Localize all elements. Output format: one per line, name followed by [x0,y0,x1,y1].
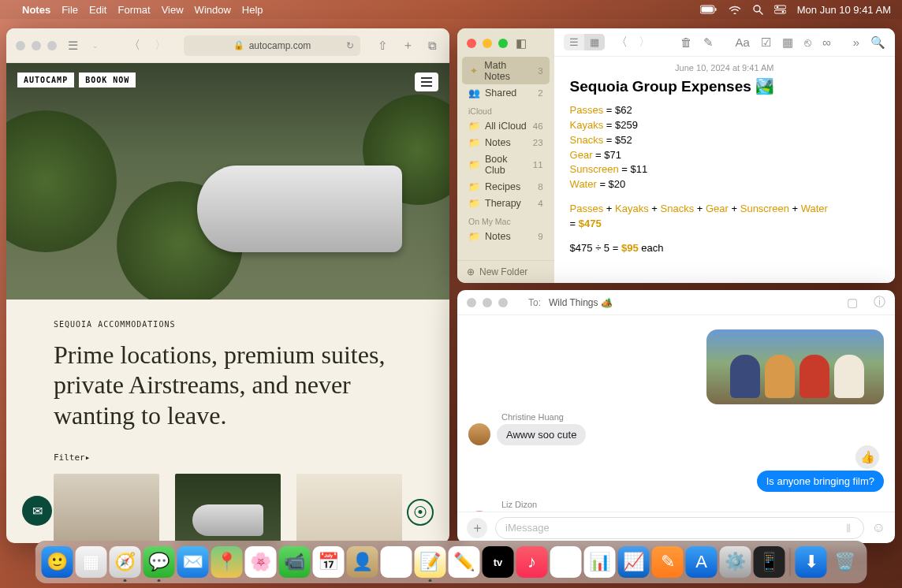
dock-safari[interactable]: 🧭 [110,546,141,578]
forward-icon[interactable]: 〉 [639,35,650,50]
message-input[interactable]: iMessage ⦀ [495,517,864,539]
dock-keynote[interactable]: 📈 [618,546,650,578]
hamburger-menu-icon[interactable] [415,73,438,91]
reload-icon[interactable]: ↻ [346,40,354,51]
table-icon[interactable]: ▦ [782,35,793,50]
emoji-picker-icon[interactable]: ☺ [872,520,885,536]
dock-finder[interactable]: 🙂 [42,546,73,578]
dock-photos[interactable]: 🌸 [245,546,277,578]
dock-music[interactable]: ♪ [516,546,548,578]
dock-notes[interactable]: 📝 [415,546,446,578]
dock-news[interactable]: N [550,546,582,578]
dock-launchpad[interactable]: ▦ [76,546,107,578]
tapback-reaction[interactable]: 👍 [855,445,879,469]
forward-button[interactable]: 〉 [151,36,170,54]
battery-icon[interactable] [700,5,718,14]
sidebar-folder[interactable]: 📁Recipes8 [457,178,554,195]
dock-trash[interactable]: 🗑️ [829,546,861,578]
note-body[interactable]: June 10, 2024 at 9:41 AM Sequoia Group E… [554,57,895,283]
menu-edit[interactable]: Edit [89,4,106,16]
message-bubble[interactable]: Is anyone bringing film? [757,471,884,492]
sidebar-folder[interactable]: 👥Shared2 [457,84,554,101]
messages-window: To: Wild Things 🏕️ ▢ ⓘ Christine HuangAw… [457,290,895,543]
format-icon[interactable]: Aa [736,35,750,49]
search-icon[interactable]: 🔍 [870,35,885,50]
brand-logo[interactable]: AUTOCAMP [17,73,74,87]
view-mode-segment[interactable]: ☰▦ [564,34,605,50]
sidebar-toggle-icon[interactable]: ☰ [65,37,81,54]
sender-label: Liz Dizon [501,500,884,509]
thumbnail[interactable] [296,474,402,543]
dock-freeform[interactable]: ✏️ [449,546,480,578]
thumbnail[interactable] [54,474,159,543]
spotlight-icon[interactable] [752,4,763,15]
sidebar-toggle-icon[interactable]: ◧ [516,36,527,50]
dock-tv[interactable]: tv [483,546,514,578]
dock-downloads[interactable]: ⬇ [796,546,827,578]
new-tab-icon[interactable]: ＋ [399,36,417,54]
sidebar-folder[interactable]: 📁Notes23 [457,134,554,151]
info-icon[interactable]: ⓘ [874,295,885,310]
new-folder-button[interactable]: ⊕ New Folder [457,260,554,283]
dock-messages[interactable]: 💬 [144,546,175,578]
sidebar-section-header: iCloud [457,101,554,117]
accessibility-icon[interactable]: ⦿ [407,499,434,526]
filter-button[interactable]: Filter▸ [54,452,402,463]
tabs-overview-icon[interactable]: ⧉ [425,37,440,54]
message-bubble[interactable]: Awww soo cute [497,424,586,445]
checklist-icon[interactable]: ☑ [761,35,771,50]
media-icon[interactable]: ⎋ [804,35,811,49]
messages-traffic-lights[interactable] [467,298,508,307]
dock-maps[interactable]: 📍 [211,546,243,578]
sidebar-folder[interactable]: 📁Book Club11 [457,151,554,178]
link-icon[interactable]: ∞ [822,35,831,49]
compose-icon[interactable]: ✎ [703,35,714,50]
dock-reminders[interactable]: ☰ [381,546,412,578]
book-now-button[interactable]: BOOK NOW [79,73,136,87]
thumbnail[interactable] [175,474,281,543]
trash-icon[interactable]: 🗑 [680,35,692,49]
gallery-view-icon: ▦ [584,34,605,50]
dock-calendar[interactable]: 📅 [313,546,345,578]
notes-traffic-lights[interactable] [467,39,508,48]
menu-view[interactable]: View [162,4,184,16]
dock-iphone[interactable]: 📱 [754,546,785,578]
dock-numbers[interactable]: 📊 [584,546,616,578]
menu-file[interactable]: File [62,4,78,16]
menu-format[interactable]: Format [117,4,150,16]
to-label: To: [528,297,541,308]
address-bar[interactable]: 🔒 autocamp.com ↻ [184,35,360,56]
control-center-icon[interactable] [774,5,786,14]
menubar-clock[interactable]: Mon Jun 10 9:41 AM [797,4,891,16]
menu-help[interactable]: Help [242,4,263,16]
share-icon[interactable]: ⇧ [375,37,391,54]
dock-pages[interactable]: ✎ [652,546,684,578]
dock-contacts[interactable]: 👤 [347,546,378,578]
conversation-name[interactable]: Wild Things 🏕️ [549,297,613,308]
back-button[interactable]: 〈 [125,36,144,54]
sidebar-folder[interactable]: ✦Math Notes3 [462,57,550,84]
sidebar-folder[interactable]: 📁All iCloud46 [457,117,554,134]
safari-traffic-lights[interactable] [16,41,57,50]
sidebar-folder[interactable]: 📁Notes9 [457,228,554,244]
note-line: Passes = $62 [570,103,879,118]
tab-group-chevron-icon[interactable]: ⌄ [89,40,102,51]
facetime-icon[interactable]: ▢ [847,296,858,310]
chat-fab-icon[interactable]: ✉ [22,496,52,526]
message-thread[interactable]: Christine HuangAwww soo cute👍Is anyone b… [457,315,895,512]
dock-settings[interactable]: ⚙️ [720,546,751,578]
wifi-icon[interactable] [729,5,741,14]
sidebar-folder[interactable]: 📁Therapy4 [457,195,554,211]
app-menu[interactable]: Notes [22,4,50,16]
sender-label: Christine Huang [501,412,884,422]
dock-appstore[interactable]: A [686,546,718,578]
avatar[interactable] [468,423,490,445]
dock-facetime[interactable]: 📹 [279,546,311,578]
apps-plus-icon[interactable]: ＋ [467,518,487,538]
sent-photo[interactable] [706,329,884,404]
audio-wave-icon[interactable]: ⦀ [846,521,851,535]
back-icon[interactable]: 〈 [616,35,628,50]
dock-mail[interactable]: ✉️ [177,546,209,578]
menu-window[interactable]: Window [195,4,231,16]
more-icon[interactable]: » [853,35,859,49]
